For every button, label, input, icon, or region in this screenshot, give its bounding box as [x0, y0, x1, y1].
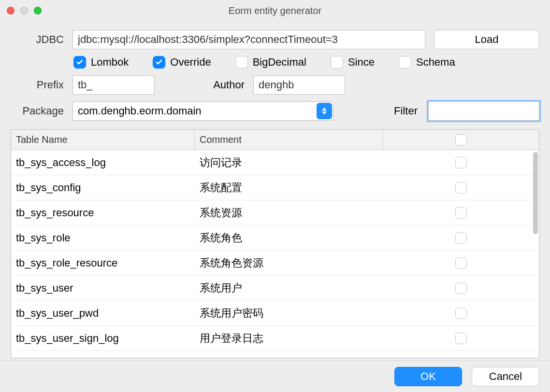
table-row[interactable]: tb_sys_config系统配置	[11, 175, 539, 200]
cell-check	[383, 257, 539, 269]
filter-label: Filter	[394, 105, 420, 117]
table-row[interactable]: tb_sys_resource系统资源	[11, 200, 539, 225]
close-icon[interactable]	[7, 7, 14, 14]
author-label: Author	[201, 79, 245, 91]
options-row: Lombok Override BigDecimal Since Schema	[73, 56, 539, 69]
tables-list: Table Name Comment tb_sys_access_log访问记录…	[11, 129, 539, 358]
dialog-window: Eorm entity generator JDBC Load Lombok O…	[0, 0, 550, 392]
bigdecimal-label: BigDecimal	[253, 56, 306, 69]
cell-table-name: tb_sys_role	[11, 232, 195, 244]
prefix-label: Prefix	[11, 79, 64, 91]
titlebar: Eorm entity generator	[0, 0, 550, 21]
cell-table-name: tb_sys_user_pwd	[11, 307, 195, 320]
cell-comment: 系统配置	[195, 181, 383, 195]
row-checkbox[interactable]	[455, 308, 467, 319]
col-comment[interactable]: Comment	[195, 130, 383, 150]
package-select[interactable]	[72, 101, 333, 121]
checkbox-icon	[153, 56, 165, 69]
cell-check	[383, 207, 539, 219]
row-checkbox[interactable]	[455, 182, 467, 194]
cell-table-name: tb_sys_access_log	[11, 156, 195, 169]
checkbox-icon	[331, 56, 343, 69]
cancel-button[interactable]: Cancel	[472, 367, 539, 386]
jdbc-input[interactable]	[72, 30, 425, 49]
dialog-footer: OK Cancel	[0, 360, 550, 392]
override-label: Override	[170, 56, 211, 69]
row-checkbox[interactable]	[455, 207, 467, 219]
package-select-wrap	[72, 101, 333, 121]
table-row[interactable]: tb_sys_user_pwd系统用户密码	[11, 301, 539, 326]
cell-check	[383, 157, 539, 168]
cell-comment: 系统角色资源	[195, 256, 383, 270]
cell-check	[383, 232, 539, 244]
prefix-input[interactable]	[72, 75, 155, 95]
table-row[interactable]: tb_sys_role系统角色	[11, 225, 539, 251]
cell-comment: 系统用户密码	[195, 306, 383, 321]
row-checkbox[interactable]	[455, 232, 467, 244]
prefix-author-row: Prefix Author	[11, 75, 539, 95]
col-select-all	[383, 130, 539, 150]
bigdecimal-checkbox[interactable]: BigDecimal	[235, 56, 306, 69]
row-checkbox[interactable]	[455, 282, 467, 294]
cell-check	[383, 182, 539, 194]
cell-comment: 系统资源	[195, 206, 383, 220]
cell-table-name: tb_sys_user	[11, 282, 195, 294]
filter-input[interactable]	[428, 101, 539, 121]
checkbox-icon	[235, 56, 248, 69]
author-input[interactable]	[253, 75, 345, 95]
cell-comment: 访问记录	[195, 155, 383, 170]
cell-comment: 用户登录日志	[195, 331, 383, 346]
select-all-checkbox[interactable]	[455, 134, 467, 146]
cell-table-name: tb_sys_user_sign_log	[11, 332, 195, 345]
cell-table-name: tb_sys_resource	[11, 207, 195, 219]
jdbc-row: JDBC Load	[11, 30, 539, 49]
row-checkbox[interactable]	[455, 157, 467, 168]
scrollbar-thumb[interactable]	[533, 152, 538, 234]
table-header: Table Name Comment	[11, 130, 539, 150]
ok-button[interactable]: OK	[394, 367, 462, 386]
override-checkbox[interactable]: Override	[153, 56, 211, 69]
content-area: JDBC Load Lombok Override BigDecimal Sin…	[0, 21, 550, 360]
cell-check	[383, 282, 539, 294]
row-checkbox[interactable]	[455, 257, 467, 269]
lombok-label: Lombok	[91, 56, 129, 69]
table-body[interactable]: tb_sys_access_log访问记录tb_sys_config系统配置tb…	[11, 150, 539, 358]
since-checkbox[interactable]: Since	[331, 56, 375, 69]
load-button[interactable]: Load	[434, 30, 539, 49]
jdbc-label: JDBC	[11, 33, 64, 46]
table-row[interactable]: tb_sys_access_log访问记录	[11, 150, 539, 175]
table-row[interactable]: tb_sys_role_resource系统角色资源	[11, 251, 539, 276]
schema-checkbox[interactable]: Schema	[399, 56, 455, 69]
col-table-name[interactable]: Table Name	[11, 130, 195, 150]
since-label: Since	[348, 56, 375, 69]
minimize-icon	[20, 7, 28, 14]
traffic-lights	[7, 7, 42, 14]
table-row[interactable]: tb_sys_user系统用户	[11, 276, 539, 301]
package-filter-row: Package Filter	[11, 101, 539, 121]
cell-comment: 系统用户	[195, 281, 383, 295]
window-title: Eorm entity generator	[0, 5, 550, 16]
package-label: Package	[11, 105, 64, 117]
table-row[interactable]: tb_sys_user_sign_log用户登录日志	[11, 326, 539, 351]
checkbox-icon	[399, 56, 411, 69]
cell-comment: 系统角色	[195, 231, 383, 245]
checkbox-icon	[73, 56, 86, 69]
schema-label: Schema	[416, 56, 455, 69]
cell-table-name: tb_sys_role_resource	[11, 257, 195, 269]
cell-check	[383, 308, 539, 319]
cell-check	[383, 333, 539, 344]
row-checkbox[interactable]	[455, 333, 467, 344]
cell-table-name: tb_sys_config	[11, 182, 195, 194]
zoom-icon[interactable]	[34, 7, 42, 14]
lombok-checkbox[interactable]: Lombok	[73, 56, 129, 69]
